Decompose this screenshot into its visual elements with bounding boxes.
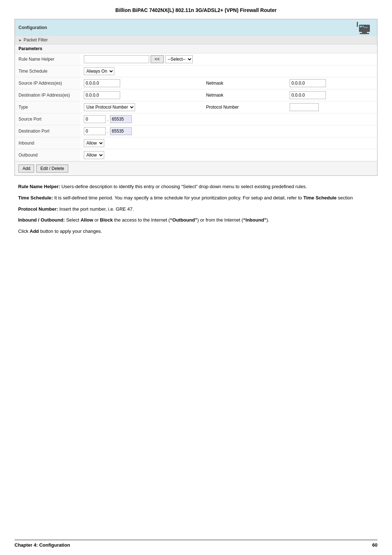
inbound-label: Inbound	[15, 137, 80, 149]
add-desc-text: Click	[18, 228, 30, 234]
rule-name-label: Rule Name Helper	[15, 53, 80, 65]
inbound-outbound-desc-bold: Inbound / Outbound:	[18, 217, 65, 223]
rule-name-row: Rule Name Helper << --Select--	[15, 53, 377, 65]
source-netmask-label: Netmask	[203, 77, 286, 89]
dest-port-value-cell: .	[80, 125, 377, 137]
outbound-select[interactable]: Allow Block	[84, 151, 104, 159]
dest-netmask-value-cell	[286, 89, 377, 101]
add-button-description: Click Add button to apply your changes.	[18, 228, 374, 235]
rule-name-desc-text: Users-define description to identify thi…	[60, 184, 307, 189]
router-icon	[352, 21, 373, 34]
inbound-outbound-desc-text5: ).	[266, 217, 269, 223]
time-schedule-desc-bold: Time Schedule:	[18, 195, 53, 200]
outbound-value-cell: Allow Block	[80, 149, 377, 161]
source-ip-input[interactable]	[84, 79, 120, 87]
time-schedule-description: Time Schedule: It is self-defined time p…	[18, 194, 374, 202]
add-desc-bold: Add	[30, 228, 39, 234]
svg-rect-3	[364, 27, 366, 28]
svg-rect-1	[360, 26, 362, 27]
dest-port-separator: .	[107, 128, 109, 134]
source-port-group: .	[84, 115, 373, 123]
dest-ip-label: Destination IP Address(es)	[15, 89, 80, 101]
inbound-outbound-desc-text: Select	[65, 217, 81, 223]
inbound-outbound-desc-text4: ) or from the Internet (	[197, 217, 243, 223]
config-header-left: Configuration	[19, 25, 47, 30]
inbound-value-cell: Allow Block	[80, 137, 377, 149]
edit-delete-button[interactable]: Edit / Delete	[36, 165, 68, 173]
time-schedule-desc-text: It is self-defined time period. You may …	[53, 195, 303, 200]
footer-chapter: Chapter 4: Configuration	[15, 542, 70, 548]
dest-port-to-input[interactable]	[110, 127, 132, 135]
rule-name-description: Rule Name Helper: Users-define descripti…	[18, 183, 374, 191]
inbound-select[interactable]: Allow Block	[84, 139, 104, 147]
protocol-number-description: Protocol Number: Insert the port number,…	[18, 206, 374, 213]
svg-rect-4	[366, 27, 367, 28]
packet-filter-section[interactable]: ► Packet Filter	[15, 36, 377, 44]
rule-name-input-group: << --Select--	[84, 55, 373, 63]
rule-name-prefix-btn[interactable]: <<	[151, 55, 164, 63]
svg-rect-7	[360, 33, 369, 34]
source-port-to-input[interactable]	[110, 115, 132, 123]
svg-rect-2	[363, 26, 364, 27]
outbound-row: Outbound Allow Block	[15, 149, 377, 161]
inbound-outbound-desc-text3: the access to the Internet (	[113, 217, 170, 223]
arrow-icon: ►	[19, 38, 22, 42]
time-schedule-value-cell: Always On	[80, 65, 377, 77]
type-select[interactable]: Use Protocol Number	[84, 103, 135, 111]
packet-filter-label: Packet Filter	[24, 37, 48, 42]
svg-rect-5	[357, 22, 358, 27]
inbound-row: Inbound Allow Block	[15, 137, 377, 149]
svg-rect-6	[362, 32, 367, 33]
config-label: Configuration	[19, 25, 47, 30]
parameters-header: Parameters	[15, 44, 377, 53]
source-port-from-input[interactable]	[84, 115, 106, 123]
source-port-row: Source Port .	[15, 113, 377, 125]
time-schedule-select[interactable]: Always On	[84, 67, 114, 75]
protocol-number-label: Protocol Number	[203, 101, 286, 113]
source-ip-label: Source IP Address(es)	[15, 77, 80, 89]
rule-name-select[interactable]: --Select--	[165, 55, 193, 63]
time-schedule-row: Time Schedule Always On	[15, 65, 377, 77]
dest-port-label: Destination Port	[15, 125, 80, 137]
rule-name-desc-bold: Rule Name Helper:	[18, 184, 60, 189]
buttons-row: Add Edit / Delete	[15, 161, 377, 175]
type-value-cell: Use Protocol Number	[80, 101, 203, 113]
footer: Chapter 4: Configuration 60	[15, 540, 377, 548]
source-port-value-cell: .	[80, 113, 377, 125]
dest-ip-input[interactable]	[84, 91, 120, 99]
protocol-number-input[interactable]	[290, 103, 319, 111]
inbound-outbound-description: Inbound / Outbound: Select Allow or Bloc…	[18, 216, 374, 224]
dest-ip-row: Destination IP Address(es) Netmask	[15, 89, 377, 101]
source-netmask-value-cell	[286, 77, 377, 89]
dest-port-from-input[interactable]	[84, 127, 106, 135]
inbound-outbound-desc-text2: or	[93, 217, 100, 223]
outbound-bold: “Outbound”	[170, 217, 197, 223]
protocol-number-desc-bold: Protocol Number:	[18, 206, 58, 212]
time-schedule-link-bold: Time Schedule	[303, 195, 337, 200]
dest-ip-value-cell	[80, 89, 203, 101]
inbound-bold: “Inbound”	[243, 217, 266, 223]
page-title: Billion BiPAC 7402NX(L) 802.11n 3G/ADSL2…	[15, 7, 377, 13]
add-button[interactable]: Add	[19, 165, 34, 173]
source-port-label: Source Port	[15, 113, 80, 125]
form-table: Rule Name Helper << --Select-- Time Sche…	[15, 53, 377, 161]
block-bold: Block	[100, 217, 113, 223]
source-netmask-input[interactable]	[290, 79, 326, 87]
rule-name-input[interactable]	[84, 55, 149, 63]
type-label: Type	[15, 101, 80, 113]
dest-netmask-label: Netmask	[203, 89, 286, 101]
dest-port-group: .	[84, 127, 373, 135]
type-row: Type Use Protocol Number Protocol Number	[15, 101, 377, 113]
protocol-number-desc-text: Insert the port number, i.e. GRE 47.	[58, 206, 134, 212]
allow-bold: Allow	[81, 217, 93, 223]
footer-page: 60	[372, 542, 377, 548]
time-schedule-desc-text2: section	[336, 195, 353, 200]
protocol-number-value-cell	[286, 101, 377, 113]
source-port-separator: .	[107, 116, 109, 122]
outbound-label: Outbound	[15, 149, 80, 161]
dest-port-row: Destination Port .	[15, 125, 377, 137]
add-desc-text2: button to apply your changes.	[39, 228, 102, 234]
description-section: Rule Name Helper: Users-define descripti…	[15, 183, 377, 235]
dest-netmask-input[interactable]	[290, 91, 326, 99]
source-ip-row: Source IP Address(es) Netmask	[15, 77, 377, 89]
